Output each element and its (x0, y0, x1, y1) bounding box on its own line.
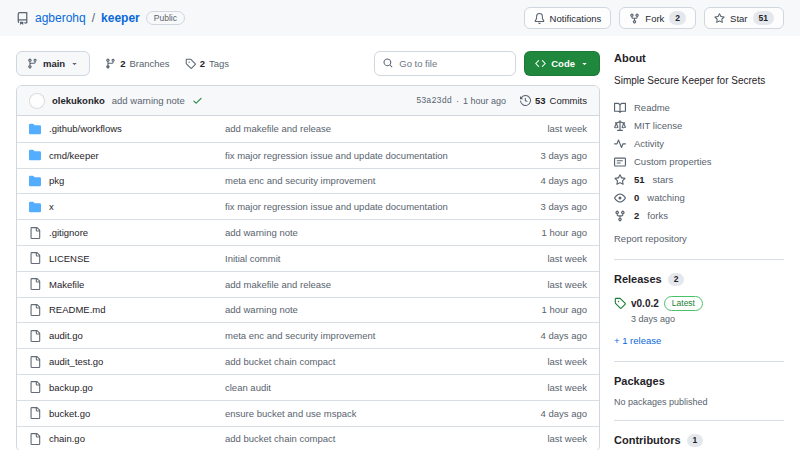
commit-message-link[interactable]: add warning note (112, 95, 185, 106)
avatar[interactable] (29, 93, 45, 109)
table-row[interactable]: audit_test.go add bucket chain compact l… (17, 348, 599, 374)
notifications-button[interactable]: Notifications (524, 7, 612, 29)
file-name-link[interactable]: cmd/keeper (49, 150, 99, 161)
file-icon (29, 381, 41, 393)
divider (614, 420, 784, 421)
table-row[interactable]: .github/workflows add makefile and relea… (17, 116, 599, 142)
table-row[interactable]: .gitignore add warning note 1 hour ago (17, 219, 599, 245)
check-icon[interactable] (192, 95, 203, 106)
file-name-link[interactable]: pkg (49, 175, 64, 186)
row-commit-date: last week (509, 253, 587, 264)
book-icon (614, 102, 626, 114)
row-commit-date: last week (509, 279, 587, 290)
forks-link[interactable]: 2 forks (614, 207, 784, 225)
file-name-link[interactable]: backup.go (49, 382, 93, 393)
packages-section: Packages No packages published (614, 375, 784, 407)
code-button[interactable]: Code (524, 51, 600, 76)
table-row[interactable]: bucket.go ensure bucket and use mspack 4… (17, 400, 599, 426)
row-commit-message[interactable]: clean audit (225, 382, 509, 393)
table-row[interactable]: cmd/keeper fix major regression issue an… (17, 142, 599, 168)
row-commit-message[interactable]: add makefile and release (225, 123, 509, 134)
row-commit-message[interactable]: fix major regression issue and update do… (225, 150, 509, 161)
branch-name: main (43, 58, 65, 69)
row-commit-message[interactable]: add makefile and release (225, 279, 509, 290)
commit-author-link[interactable]: olekukonko (52, 95, 105, 106)
row-commit-message[interactable]: meta enc and security improvement (225, 175, 509, 186)
table-row[interactable]: README.md add warning note 1 hour ago (17, 297, 599, 323)
row-commit-date: 4 days ago (509, 330, 587, 341)
commits-count: 53 (535, 95, 546, 106)
tag-icon (614, 297, 626, 309)
file-name-link[interactable]: audit_test.go (49, 356, 103, 367)
more-releases-link[interactable]: + 1 release (614, 335, 661, 346)
row-commit-message[interactable]: add bucket chain compact (225, 356, 509, 367)
file-icon (29, 330, 41, 342)
breadcrumb-separator: / (92, 11, 95, 25)
release-version-link[interactable]: v0.0.2 (631, 298, 659, 309)
table-row[interactable]: Makefile add makefile and release last w… (17, 271, 599, 297)
contributors-section: Contributors 1 olekukonko Oleku Konko (614, 434, 784, 450)
repo-link[interactable]: keeper (101, 11, 140, 25)
watching-link[interactable]: 0 watching (614, 189, 784, 207)
repo-toolbar: main 2 Branches 2 Tags (16, 50, 600, 76)
repo-icon (16, 12, 29, 25)
table-row[interactable]: audit.go meta enc and security improveme… (17, 322, 599, 348)
row-commit-date: 4 days ago (509, 175, 587, 186)
commit-history-link[interactable]: 53 Commits (520, 95, 587, 106)
table-row[interactable]: chain.go add bucket chain compact last w… (17, 426, 599, 450)
commit-meta: 53a23dd · 1 hour ago 53 Commits (416, 95, 587, 106)
commit-sha-link[interactable]: 53a23dd (416, 96, 452, 106)
branch-icon (105, 58, 116, 69)
table-row[interactable]: pkg meta enc and security improvement 4 … (17, 168, 599, 194)
file-icon (29, 278, 41, 290)
bell-icon (534, 13, 545, 24)
file-name-link[interactable]: README.md (49, 304, 105, 315)
fork-label: Fork (645, 13, 664, 24)
row-commit-message[interactable]: ensure bucket and use mspack (225, 408, 509, 419)
row-commit-message[interactable]: add warning note (225, 304, 509, 315)
table-row[interactable]: LICENSE Initial commit last week (17, 245, 599, 271)
license-link[interactable]: MIT license (614, 117, 784, 135)
fork-button[interactable]: Fork 2 (619, 7, 696, 29)
branch-selector[interactable]: main (16, 51, 90, 76)
divider (614, 259, 784, 260)
go-to-file-input[interactable] (399, 58, 507, 69)
file-name-link[interactable]: .gitignore (49, 227, 88, 238)
activity-link[interactable]: Activity (614, 135, 784, 153)
file-name-link[interactable]: bucket.go (49, 408, 90, 419)
stars-link[interactable]: 51 stars (614, 171, 784, 189)
breadcrumb: agberohq / keeper Public (16, 11, 185, 26)
branches-link[interactable]: 2 Branches (105, 58, 169, 69)
row-commit-date: 1 hour ago (509, 304, 587, 315)
custom-properties-link[interactable]: Custom properties (614, 153, 784, 171)
row-commit-message[interactable]: meta enc and security improvement (225, 330, 509, 341)
releases-count-badge: 2 (668, 273, 685, 286)
row-commit-message[interactable]: add bucket chain compact (225, 433, 509, 444)
row-commit-message[interactable]: fix major regression issue and update do… (225, 201, 509, 212)
tag-icon (185, 58, 196, 69)
file-name-link[interactable]: audit.go (49, 330, 83, 341)
file-table: olekukonko add warning note 53a23dd · 1 … (16, 85, 600, 450)
report-repository-link[interactable]: Report repository (614, 233, 687, 244)
table-row[interactable]: x fix major regression issue and update … (17, 193, 599, 219)
table-row[interactable]: backup.go clean audit last week (17, 374, 599, 400)
owner-link[interactable]: agberohq (35, 11, 86, 25)
branch-icon (27, 58, 38, 69)
file-name-link[interactable]: x (49, 201, 54, 212)
star-button[interactable]: Star 51 (704, 7, 784, 29)
about-meta-list: Readme MIT license Activity Custom prope… (614, 99, 784, 225)
file-icon (29, 304, 41, 316)
row-commit-message[interactable]: Initial commit (225, 253, 509, 264)
file-name-link[interactable]: .github/workflows (49, 123, 122, 134)
file-name-link[interactable]: Makefile (49, 279, 84, 290)
tags-link[interactable]: 2 Tags (185, 58, 229, 69)
file-name-link[interactable]: chain.go (49, 433, 85, 444)
file-name-link[interactable]: LICENSE (49, 253, 90, 264)
file-icon (29, 227, 41, 239)
file-icon (29, 407, 41, 419)
releases-title: Releases (614, 273, 662, 285)
row-commit-message[interactable]: add warning note (225, 227, 509, 238)
divider (614, 361, 784, 362)
fork-icon (629, 13, 640, 24)
readme-link[interactable]: Readme (614, 99, 784, 117)
